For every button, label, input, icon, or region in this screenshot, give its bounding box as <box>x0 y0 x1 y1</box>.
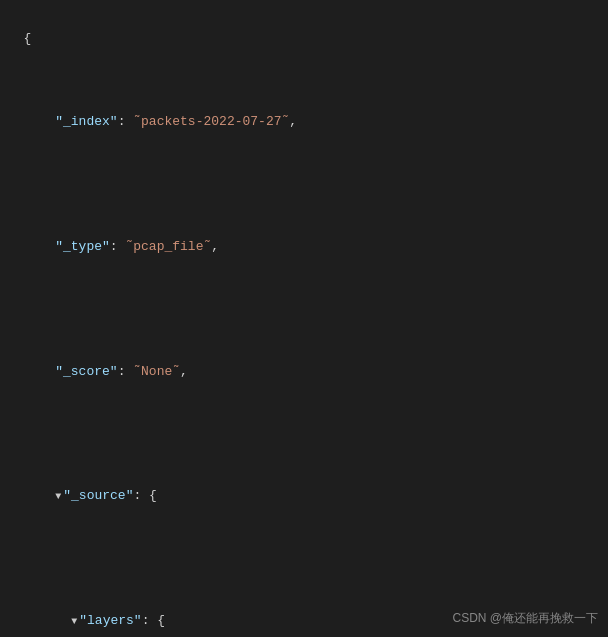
open-brace: { <box>24 31 32 46</box>
index-row: "_index": ˜packets-2022-07-27˜, <box>8 91 600 153</box>
score-row: "_score": ˜None˜, <box>8 341 600 403</box>
source-row: ▼"_source": { <box>8 466 600 528</box>
index-key: "_index" <box>55 114 117 129</box>
index-value: packets-2022-07-27 <box>141 114 281 129</box>
json-viewer: { "_index": ˜packets-2022-07-27˜, "_type… <box>8 8 600 637</box>
type-row: "_type": ˜pcap_file˜, <box>8 216 600 278</box>
source-toggle[interactable]: ▼ <box>55 491 61 502</box>
type-value: pcap_file <box>133 239 203 254</box>
score-key: "_score" <box>55 364 117 379</box>
type-key: "_type" <box>55 239 110 254</box>
source-key: "_source" <box>63 488 133 503</box>
score-value: None <box>141 364 172 379</box>
layers-toggle[interactable]: ▼ <box>71 616 77 627</box>
layers-key: "layers" <box>79 613 141 628</box>
watermark: CSDN @俺还能再挽救一下 <box>452 610 598 627</box>
